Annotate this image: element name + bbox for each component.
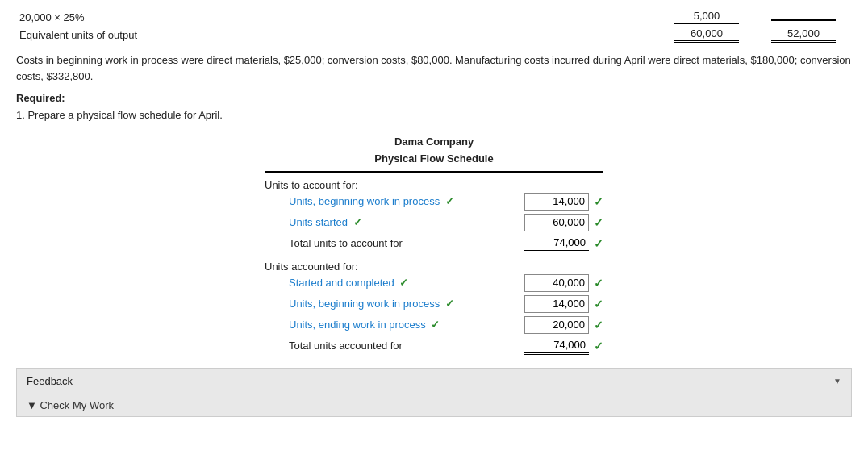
total1-input[interactable] — [524, 235, 589, 252]
feedback-label: Feedback — [27, 375, 73, 387]
total-row-2: Total units accounted for ✓ — [265, 337, 603, 355]
section1-label: Units to account for: — [265, 179, 603, 191]
row2-link[interactable]: Units started — [289, 216, 348, 228]
check-my-work-label[interactable]: ▼ Check My Work — [27, 399, 114, 411]
row4-link[interactable]: Units, beginning work in process — [289, 298, 440, 310]
row2-input[interactable] — [524, 214, 589, 231]
row3-link[interactable]: Started and completed — [289, 277, 394, 289]
row4-check-after: ✓ — [594, 298, 603, 311]
schedule-title-divider — [265, 171, 603, 173]
row1-input[interactable] — [524, 193, 589, 211]
row1-link[interactable]: Units, beginning work in process — [289, 195, 440, 207]
row1-check-after: ✓ — [594, 195, 603, 208]
prepare-text: 1. Prepare a physical flow schedule for … — [16, 109, 852, 121]
schedule-row-5: Units, ending work in process ✓ ✓ — [265, 316, 603, 334]
row5-check: ✓ — [431, 319, 440, 331]
total-row-1: Total units to account for ✓ — [265, 235, 603, 252]
section2-label: Units accounted for: — [265, 261, 603, 273]
table-row-2: Equivalent units of output 60,000 52,000 — [16, 26, 852, 44]
row5-link[interactable]: Units, ending work in process — [289, 319, 426, 331]
row1-col2-value — [771, 19, 836, 21]
row1-label: Units, beginning work in process ✓ — [289, 195, 524, 207]
row3-label: Started and completed ✓ — [289, 277, 524, 289]
row4-label: Units, beginning work in process ✓ — [289, 298, 524, 310]
total1-label: Total units to account for — [289, 237, 524, 249]
row3-check-after: ✓ — [594, 277, 603, 290]
row1-label: 20,000 × 25% — [16, 8, 658, 26]
row5-label: Units, ending work in process ✓ — [289, 319, 524, 331]
row1-check: ✓ — [445, 195, 454, 207]
total2-input[interactable] — [524, 337, 589, 355]
row2-label: Units started ✓ — [289, 216, 524, 228]
required-label: Required: — [16, 92, 852, 104]
total2-label: Total units accounted for — [289, 340, 524, 352]
row3-input[interactable] — [524, 274, 589, 292]
top-table: 20,000 × 25% 5,000 Equivalent units of o… — [16, 8, 852, 44]
total2-check: ✓ — [594, 340, 603, 352]
schedule-container: Dama Company Physical Flow Schedule Unit… — [265, 134, 603, 355]
row5-check-after: ✓ — [594, 319, 603, 331]
schedule-row-2: Units started ✓ ✓ — [265, 214, 603, 231]
schedule-row-1: Units, beginning work in process ✓ ✓ — [265, 193, 603, 211]
row2-label: Equivalent units of output — [16, 26, 658, 44]
description-text: Costs in beginning work in process were … — [16, 52, 852, 84]
row2-col1-value: 60,000 — [674, 27, 739, 43]
row2-check-after: ✓ — [594, 216, 603, 229]
schedule-row-4: Units, beginning work in process ✓ ✓ — [265, 295, 603, 313]
dropdown-triangle-icon: ▼ — [833, 377, 841, 386]
row4-input[interactable] — [524, 295, 589, 313]
table-row-1: 20,000 × 25% 5,000 — [16, 8, 852, 26]
total1-check: ✓ — [594, 237, 603, 250]
row1-col1-value: 5,000 — [674, 10, 739, 24]
schedule-company-name: Dama Company Physical Flow Schedule — [265, 134, 603, 168]
row2-col2-value: 52,000 — [771, 27, 836, 43]
check-my-work-bar[interactable]: ▼ Check My Work — [16, 394, 852, 417]
row4-check: ✓ — [445, 298, 454, 310]
feedback-bar: Feedback ▼ — [16, 368, 852, 394]
row3-check: ✓ — [399, 277, 408, 289]
row5-input[interactable] — [524, 316, 589, 334]
schedule-row-3: Started and completed ✓ ✓ — [265, 274, 603, 292]
row2-check: ✓ — [353, 216, 362, 228]
